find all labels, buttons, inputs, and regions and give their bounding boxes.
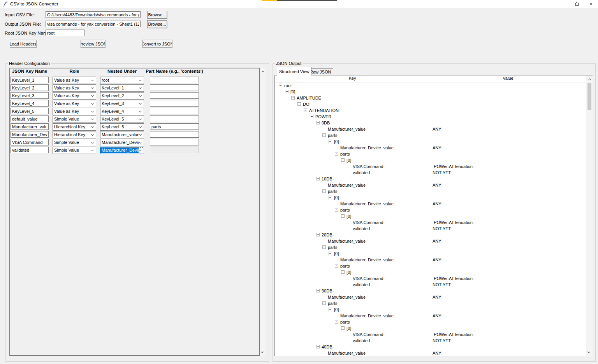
tree-key[interactable]: validated bbox=[353, 282, 370, 288]
part-name-input[interactable] bbox=[150, 139, 199, 145]
part-name-input[interactable] bbox=[150, 116, 199, 122]
collapse-icon[interactable] bbox=[316, 289, 320, 292]
role-select[interactable]: Simple Value bbox=[53, 147, 96, 154]
tree-key[interactable]: parts bbox=[328, 244, 337, 250]
collapse-icon[interactable] bbox=[341, 270, 345, 274]
part-name-input[interactable] bbox=[150, 123, 199, 130]
collapse-icon[interactable] bbox=[316, 345, 320, 348]
tree-key[interactable]: parts bbox=[340, 263, 350, 269]
tree-key[interactable]: [0] bbox=[346, 157, 351, 163]
load-headers-button[interactable]: Load Headers bbox=[10, 40, 36, 48]
nested-under-select[interactable]: root bbox=[100, 77, 144, 84]
collapse-icon[interactable] bbox=[341, 326, 345, 330]
tree-key[interactable]: Manufacturer_value bbox=[328, 294, 366, 300]
json-key-name-input[interactable] bbox=[11, 139, 49, 145]
tree-key[interactable]: 0DB bbox=[322, 120, 330, 126]
part-name-input[interactable] bbox=[150, 84, 199, 91]
tree-key[interactable]: validated bbox=[353, 226, 370, 232]
tree-key[interactable]: [0] bbox=[346, 269, 351, 275]
tree-key[interactable]: DO bbox=[303, 101, 310, 107]
json-key-name-input[interactable] bbox=[11, 123, 49, 130]
nested-under-select[interactable]: KeyLevel_4 bbox=[100, 108, 144, 115]
collapse-icon[interactable] bbox=[341, 158, 345, 162]
browse-input-button[interactable]: Browse... bbox=[147, 11, 167, 19]
tree-key[interactable]: [0] bbox=[346, 325, 351, 331]
tree-key[interactable]: [0] bbox=[334, 138, 339, 145]
preview-json-button[interactable]: Preview JSON bbox=[81, 40, 105, 48]
tree-key[interactable]: parts bbox=[328, 188, 337, 194]
tree-key[interactable]: Manufacturer_value bbox=[328, 182, 366, 188]
nested-under-select[interactable]: Manufacturer_value bbox=[100, 131, 144, 138]
tree-key[interactable]: parts bbox=[328, 132, 337, 138]
role-select[interactable]: Simple Value bbox=[53, 116, 96, 123]
tree-key[interactable]: validated bbox=[353, 338, 370, 344]
tree-key[interactable]: parts bbox=[340, 151, 350, 157]
tab-structured-view[interactable]: Structured View bbox=[277, 67, 311, 75]
role-select[interactable]: Hierarchical Key bbox=[53, 131, 96, 138]
tree-key[interactable]: Manufacturer_value bbox=[328, 126, 366, 132]
collapse-icon[interactable] bbox=[329, 196, 332, 199]
json-key-name-input[interactable] bbox=[11, 131, 49, 138]
tree-key[interactable]: VISA Command bbox=[353, 163, 383, 170]
collapse-icon[interactable] bbox=[316, 177, 320, 180]
close-button[interactable]: × bbox=[584, 0, 598, 8]
json-key-name-input[interactable] bbox=[11, 147, 49, 153]
collapse-icon[interactable] bbox=[291, 96, 295, 100]
nested-under-select[interactable]: KeyLevel_2 bbox=[100, 92, 144, 100]
tree-key[interactable]: Manufacturer_value bbox=[328, 350, 366, 356]
tree-key[interactable]: Manufacturer_Device_value bbox=[340, 257, 394, 263]
part-name-input[interactable] bbox=[150, 92, 199, 99]
tree-key[interactable]: 40DB bbox=[322, 344, 332, 350]
part-name-input[interactable] bbox=[150, 100, 199, 107]
tree-key[interactable]: [0] bbox=[290, 89, 295, 95]
tree-key[interactable]: root bbox=[284, 82, 292, 89]
nested-under-select[interactable]: KeyLevel_5 bbox=[100, 116, 144, 123]
collapse-icon[interactable] bbox=[316, 121, 320, 124]
nested-under-select[interactable]: Manufacturer_Device_value bbox=[100, 139, 144, 146]
scroll-down-icon[interactable] bbox=[260, 349, 266, 355]
scroll-up-icon[interactable] bbox=[260, 68, 266, 75]
collapse-icon[interactable] bbox=[341, 214, 345, 218]
tree-key[interactable]: parts bbox=[328, 300, 337, 306]
tree-key[interactable]: [0] bbox=[346, 213, 351, 219]
tree-key[interactable]: VISA Command bbox=[353, 219, 383, 226]
tree-key[interactable]: parts bbox=[340, 319, 350, 325]
part-name-input[interactable] bbox=[150, 108, 199, 114]
tree-key[interactable]: [0] bbox=[334, 250, 339, 257]
collapse-icon[interactable] bbox=[322, 245, 326, 249]
collapse-icon[interactable] bbox=[335, 152, 338, 156]
tree-scrollbar-thumb[interactable] bbox=[587, 83, 591, 110]
role-select[interactable]: Value as Key bbox=[53, 77, 96, 84]
tree-key[interactable]: 20DB bbox=[322, 232, 332, 238]
collapse-icon[interactable] bbox=[279, 84, 282, 87]
browse-output-button[interactable]: Browse... bbox=[147, 20, 167, 28]
role-select[interactable]: Value as Key bbox=[53, 100, 96, 107]
tree-scroll-down-icon[interactable] bbox=[586, 349, 593, 355]
nested-under-select[interactable]: KeyLevel_3 bbox=[100, 100, 144, 107]
convert-json-button[interactable]: Convert to JSON bbox=[142, 40, 172, 48]
tree-key[interactable]: VISA Command bbox=[353, 275, 383, 282]
tree-key[interactable]: 30DB bbox=[322, 288, 332, 294]
tree-key[interactable]: [0] bbox=[334, 194, 339, 201]
collapse-icon[interactable] bbox=[310, 115, 313, 118]
role-select[interactable]: Value as Key bbox=[53, 108, 96, 115]
output-json-field[interactable] bbox=[46, 21, 141, 27]
tree-key[interactable]: [0] bbox=[334, 306, 339, 313]
collapse-icon[interactable] bbox=[322, 301, 326, 305]
part-name-input[interactable] bbox=[150, 77, 199, 83]
tree-key[interactable]: POWER bbox=[315, 114, 332, 120]
json-key-name-input[interactable] bbox=[11, 108, 49, 114]
role-select[interactable]: Value as Key bbox=[53, 92, 96, 100]
tree-scroll-up-icon[interactable] bbox=[586, 76, 593, 82]
collapse-icon[interactable] bbox=[329, 308, 332, 311]
tree-key[interactable]: Manufacturer_Device_value bbox=[340, 145, 394, 151]
role-select[interactable]: Hierarchical Key bbox=[53, 123, 96, 131]
role-select[interactable]: Value as Key bbox=[53, 84, 96, 92]
tree-key[interactable]: Manufacturer_Device_value bbox=[340, 313, 394, 319]
tree-key[interactable]: Manufacturer_Device_value bbox=[340, 201, 394, 207]
tree-key[interactable]: parts bbox=[340, 207, 350, 213]
collapse-icon[interactable] bbox=[285, 90, 288, 93]
collapse-icon[interactable] bbox=[322, 189, 326, 193]
collapse-icon[interactable] bbox=[335, 264, 338, 268]
collapse-icon[interactable] bbox=[335, 208, 338, 212]
